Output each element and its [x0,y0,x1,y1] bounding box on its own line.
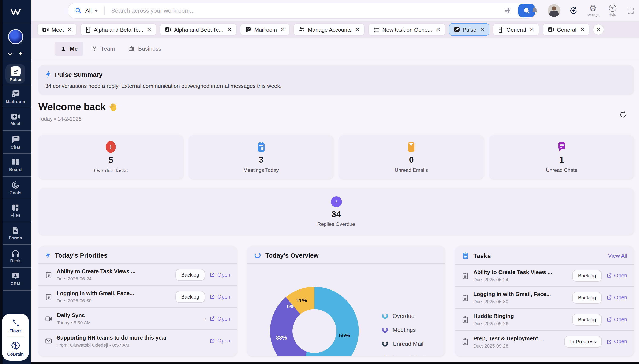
legend-item-unread-chats[interactable]: Unread Chats [382,354,428,356]
close-icon[interactable]: ✕ [147,26,151,32]
sidebar-item-goals[interactable]: Goals [0,176,31,199]
open-link[interactable]: Open [210,272,230,278]
search-input[interactable] [111,7,504,14]
tab-general-1[interactable]: General ✕ [493,23,539,36]
close-icon[interactable]: ✕ [227,26,232,32]
tab-general-2[interactable]: General ✕ [542,23,589,36]
sidebar-item-crm[interactable]: CRM [0,268,31,290]
sidebar-item-label: Board [9,167,22,172]
stat-label: Unread Emails [395,167,428,173]
task-row: Prep, Test & Deployment ... Due: 2025-09… [455,331,634,352]
sidebar-item-pulse[interactable]: Pulse [0,62,31,85]
open-link[interactable]: Open [210,294,230,300]
tab-team[interactable]: Team [86,42,120,56]
sidebar-item-meet[interactable]: Meet [0,108,31,131]
close-icon[interactable]: ✕ [480,26,484,32]
notifications-bell-icon[interactable] [525,6,544,15]
tab-meet[interactable]: Meet ✕ [37,23,77,36]
view-all-link[interactable]: View All [608,252,627,259]
sidebar-item-cobrain[interactable]: CoBrain [7,341,24,356]
sidebar-item-chat[interactable]: Chat [0,131,31,154]
sidebar-item-mailroom[interactable]: Mailroom [0,85,31,108]
open-link[interactable]: Open [210,338,230,344]
close-icon[interactable]: ✕ [580,26,584,32]
tab-pulse[interactable]: Pulse ✕ [449,23,489,36]
sync-history-icon[interactable] [564,6,583,15]
legend-label: Unread Mail [393,340,424,347]
status-badge[interactable]: Backlog [175,291,205,302]
tab-alpha-beta-1[interactable]: Alpha and Beta Te... ✕ [80,23,156,36]
close-icon[interactable]: ✕ [436,26,440,32]
app-logo[interactable] [0,0,31,23]
open-link[interactable]: Open [607,339,627,344]
tab-label: Alpha and Beta Te... [94,26,143,33]
tab-label: Mailroom [254,26,277,33]
sidebar-item-flow-plus[interactable]: Flow+ [9,319,21,333]
task-due: Due: 2025-06-30 [473,299,567,304]
tab-new-task[interactable]: New task on Gene... ✕ [368,23,445,36]
workspace-avatar[interactable] [8,29,23,44]
status-badge[interactable]: Backlog [175,269,205,280]
refresh-icon[interactable] [619,111,627,119]
fullscreen-button[interactable] [622,7,639,14]
open-link[interactable]: Open [210,316,230,322]
chevron-right-icon[interactable]: › [204,316,206,322]
tab-manage-accounts[interactable]: Manage Accounts ✕ [293,23,365,36]
legend-item-meetings[interactable]: Meetings [382,326,428,333]
stat-card-unread-emails[interactable]: 0 Unread Emails [339,135,484,179]
status-badge[interactable]: Backlog [572,270,602,282]
stat-value: 1 [559,155,564,164]
add-workspace-button[interactable]: + [19,50,23,57]
sidebar: + Pulse Mailroom [0,0,31,364]
legend-item-unread-mail[interactable]: Unread Mail [382,340,428,347]
page-title: Welcome back [39,101,631,113]
stat-value: 5 [108,155,113,165]
open-link[interactable]: Open [607,294,627,300]
task-due: Due: 2025-06-24 [473,277,567,282]
status-badge[interactable]: Backlog [572,292,602,304]
lightning-bolt-icon [45,70,51,78]
help-button[interactable]: ? Help [603,5,622,16]
stat-card-unread-chats[interactable]: 1 Unread Chats [489,135,634,179]
sidebar-footer: Flow+ CoBrain [2,314,29,360]
close-icon[interactable]: ✕ [530,26,534,32]
gear-icon: ⚙ [589,4,596,12]
open-label: Open [217,316,230,322]
close-icon[interactable]: ✕ [355,26,360,32]
sidebar-item-desk[interactable]: Desk [0,245,31,268]
panel-title: Today's Priorities [55,252,230,259]
close-icon[interactable]: ✕ [68,26,72,32]
tab-business[interactable]: Business [123,42,167,56]
task-due: Due: 2025-09-26 [473,321,567,326]
open-link[interactable]: Open [607,316,627,322]
user-avatar[interactable] [544,4,564,17]
tab-alpha-beta-2[interactable]: Alpha and Beta Te... ✕ [160,23,237,36]
stat-card-meetings-today[interactable]: 3 Meetings Today [189,135,334,179]
tab-me[interactable]: Me [55,42,83,56]
replies-overdue-card[interactable]: 34 Replies Overdue [39,188,634,235]
global-search: All [68,2,537,18]
stat-card-overdue-tasks[interactable]: ! 5 Overdue Tasks [39,135,183,179]
legend-item-overdue[interactable]: Overdue [382,312,428,319]
close-tab-button[interactable]: ✕ [593,24,604,35]
open-label: Open [614,272,627,278]
open-link[interactable]: Open [607,272,627,278]
tab-label: Business [138,46,161,52]
clipboard-icon [45,271,52,278]
sidebar-item-files[interactable]: Files [0,199,31,222]
logo-w-icon [10,8,21,15]
sidebar-item-forms[interactable]: Forms [0,222,31,245]
settings-button[interactable]: ⚙ Settings [583,4,603,17]
close-icon[interactable]: ✕ [281,26,285,32]
chevron-down-icon[interactable] [8,51,13,56]
status-badge[interactable]: Backlog [572,314,602,325]
search-scope-dropdown[interactable]: All [85,8,98,14]
sidebar-item-board[interactable]: Board [0,154,31,176]
status-badge[interactable]: In Progress [564,336,602,348]
open-label: Open [217,338,230,344]
tab-label: Team [101,46,115,52]
stat-value: 3 [259,155,263,164]
tab-mailroom[interactable]: Mailroom ✕ [240,23,290,36]
divider [7,337,24,338]
search-filter-icon[interactable] [504,7,511,14]
